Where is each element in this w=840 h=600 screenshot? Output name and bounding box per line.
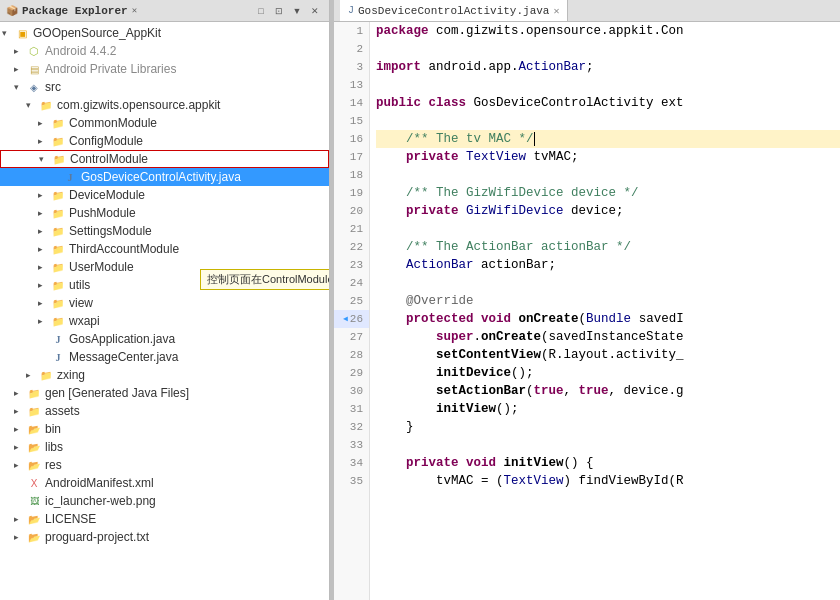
tree-item[interactable]: ▾▣GOOpenSource_AppKit	[0, 24, 329, 42]
java-icon: J	[50, 334, 66, 345]
tree-item[interactable]: ▸⬡Android 4.4.2	[0, 42, 329, 60]
panel-header-icons: □ ⊡ ▼ ✕	[253, 3, 323, 19]
tree-item[interactable]: ▾📁ControlModule	[0, 150, 329, 168]
tree-item[interactable]: ▸📁gen [Generated Java Files]	[0, 384, 329, 402]
project-icon: ▣	[14, 28, 30, 39]
tree-item[interactable]: ▸📁assets	[0, 402, 329, 420]
png-icon: 🖼	[26, 496, 42, 506]
line-number: ◀26	[334, 310, 369, 328]
package-icon: 📁	[50, 136, 66, 147]
code-line: public class GosDeviceControlActivity ex…	[376, 94, 840, 112]
tree-item[interactable]: JGosApplication.java	[0, 330, 329, 348]
tree-item[interactable]: JMessageCenter.java	[0, 348, 329, 366]
panel-icon: 📦	[6, 5, 18, 17]
tree-item[interactable]: ▸📁view	[0, 294, 329, 312]
minimize-btn[interactable]: □	[253, 3, 269, 19]
line-number: 22	[334, 238, 369, 256]
tree-item-label: GosApplication.java	[69, 332, 175, 346]
code-line	[376, 40, 840, 58]
line-number: 19	[334, 184, 369, 202]
tree-arrow-icon: ▸	[38, 262, 50, 272]
line-number: 21	[334, 220, 369, 238]
tree-arrow-icon: ▾	[26, 100, 38, 110]
tree-item[interactable]: ▸📁SettingsModule	[0, 222, 329, 240]
editor-tab[interactable]: J GosDeviceControlActivity.java ✕	[340, 0, 568, 21]
code-line: /** The GizWifiDevice device */	[376, 184, 840, 202]
tree-item[interactable]: ▸📁ConfigModule	[0, 132, 329, 150]
line-number: 20	[334, 202, 369, 220]
tree-item-label: com.gizwits.opensource.appkit	[57, 98, 220, 112]
code-line: private void initView() {	[376, 454, 840, 472]
code-line	[376, 436, 840, 454]
tree-item[interactable]: ▸📁zxing	[0, 366, 329, 384]
package-icon: 📁	[50, 190, 66, 201]
tree-item[interactable]: XAndroidManifest.xml	[0, 474, 329, 492]
assets-icon: 📁	[26, 406, 42, 417]
tree-arrow-icon: ▾	[39, 154, 51, 164]
line-number: 18	[334, 166, 369, 184]
tree-item[interactable]: ▾◈src	[0, 78, 329, 96]
tree-arrow-icon: ▸	[38, 190, 50, 200]
tree-item-label: assets	[45, 404, 80, 418]
tree-arrow-icon: ▸	[14, 424, 26, 434]
tree-item[interactable]: ▾📁com.gizwits.opensource.appkit	[0, 96, 329, 114]
line-number: 1	[334, 22, 369, 40]
code-line: initDevice();	[376, 364, 840, 382]
tree-item-label: PushModule	[69, 206, 136, 220]
tree-item[interactable]: ▸📂libs	[0, 438, 329, 456]
folder-icon: 📂	[26, 460, 42, 471]
tree-item-label: gen [Generated Java Files]	[45, 386, 189, 400]
close-btn[interactable]: ✕	[307, 3, 323, 19]
code-line: import android.app.ActionBar;	[376, 58, 840, 76]
tree-arrow-icon: ▸	[14, 46, 26, 56]
code-line	[376, 220, 840, 238]
maximize-btn[interactable]: ⊡	[271, 3, 287, 19]
package-icon: 📁	[50, 316, 66, 327]
code-line: super.onCreate(savedInstanceState	[376, 328, 840, 346]
line-number: 25	[334, 292, 369, 310]
tree-item[interactable]: ▸📁CommonModule	[0, 114, 329, 132]
tree-item[interactable]: JGosDeviceControlActivity.java	[0, 168, 329, 186]
tree-item[interactable]: ▸📁ThirdAccountModule	[0, 240, 329, 258]
tree-item-label: ControlModule	[70, 152, 148, 166]
tree-arrow-icon: ▸	[14, 514, 26, 524]
tab-java-icon: J	[348, 5, 354, 16]
chevron-btn[interactable]: ▼	[289, 3, 305, 19]
java-icon: J	[62, 172, 78, 183]
package-explorer-panel: 📦 Package Explorer ✕ □ ⊡ ▼ ✕ ▾▣GOOpenSou…	[0, 0, 330, 600]
tree-arrow-icon: ▾	[2, 28, 14, 38]
line-number: 23	[334, 256, 369, 274]
xml-icon: X	[26, 478, 42, 489]
panel-header-close-icon: ✕	[132, 5, 137, 16]
tree-item[interactable]: ▸📁DeviceModule	[0, 186, 329, 204]
tree-item[interactable]: 🖼ic_launcher-web.png	[0, 492, 329, 510]
tree-item[interactable]: ▸▤Android Private Libraries	[0, 60, 329, 78]
tree-item[interactable]: ▸📂proguard-project.txt	[0, 528, 329, 546]
package-icon: 📁	[50, 262, 66, 273]
main-area: 📦 Package Explorer ✕ □ ⊡ ▼ ✕ ▾▣GOOpenSou…	[0, 0, 840, 600]
tab-close-icon[interactable]: ✕	[553, 5, 559, 17]
tree-item-label: proguard-project.txt	[45, 530, 149, 544]
package-icon: 📁	[38, 370, 54, 381]
tree-item[interactable]: ▸📁UserModule	[0, 258, 329, 276]
tree-container[interactable]: ▾▣GOOpenSource_AppKit▸⬡Android 4.4.2▸▤An…	[0, 22, 329, 600]
tree-item-label: zxing	[57, 368, 85, 382]
code-lines[interactable]: package com.gizwits.opensource.appkit.Co…	[370, 22, 840, 600]
code-line: private GizWifiDevice device;	[376, 202, 840, 220]
tab-title: GosDeviceControlActivity.java	[358, 5, 549, 17]
tree-item[interactable]: ▸📁wxapi	[0, 312, 329, 330]
code-line	[376, 76, 840, 94]
folder-icon: 📂	[26, 424, 42, 435]
folder-icon: 📂	[26, 532, 42, 543]
tree-item-label: wxapi	[69, 314, 100, 328]
package-icon: 📁	[38, 100, 54, 111]
editor-header: J GosDeviceControlActivity.java ✕	[334, 0, 840, 22]
tree-item[interactable]: ▸📂LICENSE	[0, 510, 329, 528]
tree-arrow-icon: ▸	[26, 370, 38, 380]
tree-item[interactable]: ▸📂bin	[0, 420, 329, 438]
tree-item[interactable]: ▸📂res	[0, 456, 329, 474]
line-number: 2	[334, 40, 369, 58]
line-number: 29	[334, 364, 369, 382]
tree-item[interactable]: ▸📁PushModule	[0, 204, 329, 222]
tree-item[interactable]: ▸📁utils	[0, 276, 329, 294]
